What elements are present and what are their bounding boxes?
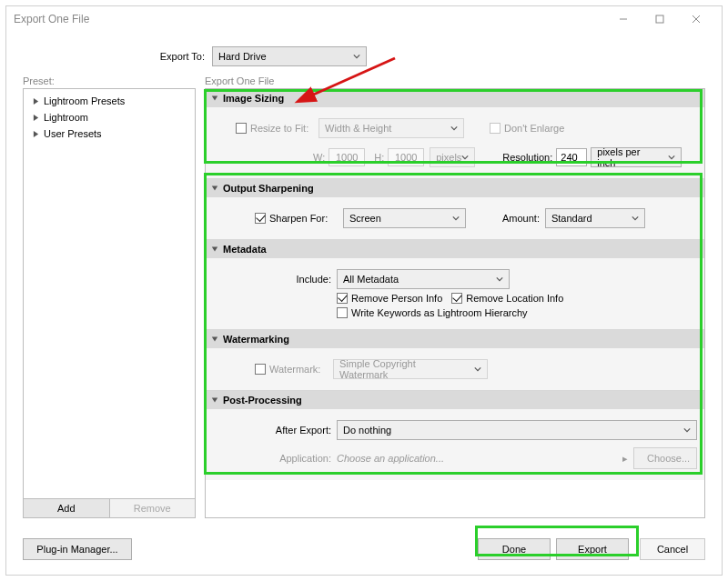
width-label: W: (313, 152, 325, 163)
remove-preset-button[interactable]: Remove (110, 499, 196, 517)
add-preset-button[interactable]: Add (24, 499, 110, 517)
settings-panel: Image Sizing Resize to Fit: Width & Heig… (205, 88, 705, 518)
preset-list[interactable]: Lightroom Presets Lightroom User Presets (23, 88, 196, 499)
chevron-down-icon (668, 152, 675, 163)
triangle-right-icon (31, 97, 40, 105)
metadata-section: Metadata Include: All Metadata (206, 240, 704, 330)
choose-application-button: Choose... (633, 447, 697, 469)
sharpen-for-label: Sharpen For: (269, 213, 338, 224)
height-label: H: (374, 152, 384, 163)
chevron-down-icon (450, 123, 458, 134)
chevron-down-icon (452, 213, 460, 224)
preset-header: Preset: (23, 75, 196, 86)
plugin-manager-button[interactable]: Plug-in Manager... (23, 538, 132, 560)
export-button[interactable]: Export (556, 538, 629, 560)
chevron-down-icon (683, 425, 691, 436)
amount-dropdown[interactable]: Standard (545, 208, 645, 228)
cancel-button[interactable]: Cancel (640, 538, 705, 560)
preset-label: Lightroom (44, 112, 88, 123)
svg-marker-9 (212, 247, 217, 252)
chevron-down-icon (474, 364, 481, 375)
watermarking-header[interactable]: Watermarking (206, 330, 704, 348)
preset-item[interactable]: Lightroom Presets (24, 93, 195, 109)
svg-marker-8 (212, 186, 217, 191)
triangle-down-icon (211, 185, 220, 192)
chevron-down-icon (353, 51, 360, 62)
svg-rect-1 (656, 15, 663, 23)
sharpen-for-checkbox[interactable] (255, 213, 266, 224)
export-dialog: Export One File Export To: Hard Drive Pr… (5, 5, 723, 576)
done-button[interactable]: Done (478, 538, 551, 560)
watermark-checkbox[interactable] (255, 364, 266, 375)
remove-person-label: Remove Person Info (351, 293, 442, 304)
triangle-down-icon (211, 396, 220, 404)
window-title: Export One File (14, 13, 605, 25)
dont-enlarge-label: Don't Enlarge (504, 123, 564, 134)
right-header: Export One File (205, 75, 705, 86)
post-processing-header[interactable]: Post-Processing (206, 391, 704, 409)
metadata-header[interactable]: Metadata (206, 240, 704, 258)
preset-item[interactable]: User Presets (24, 125, 195, 142)
triangle-down-icon (211, 245, 220, 253)
svg-marker-10 (212, 337, 217, 342)
chevron-down-icon (632, 213, 639, 224)
triangle-right-icon (31, 114, 40, 122)
svg-marker-6 (33, 131, 37, 137)
export-to-dropdown[interactable]: Hard Drive (212, 46, 367, 66)
include-label: Include: (213, 274, 331, 285)
application-placeholder: Choose an application... (337, 453, 617, 464)
remove-location-checkbox[interactable] (451, 293, 462, 304)
output-sharpening-header[interactable]: Output Sharpening (206, 179, 704, 197)
image-sizing-section: Image Sizing Resize to Fit: Width & Heig… (206, 89, 704, 179)
triangle-right-icon: ▸ (622, 453, 628, 465)
title-bar: Export One File (6, 6, 722, 32)
maximize-button[interactable] (642, 6, 678, 32)
include-dropdown[interactable]: All Metadata (337, 269, 510, 289)
resolution-unit-dropdown[interactable]: pixels per inch (591, 147, 682, 167)
preset-label: Lightroom Presets (44, 95, 125, 106)
resolution-label: Resolution: (502, 152, 552, 163)
resolution-field[interactable] (556, 148, 587, 166)
write-keywords-checkbox[interactable] (337, 307, 348, 318)
resize-to-fit-checkbox[interactable] (236, 123, 247, 134)
post-processing-section: Post-Processing After Export: Do nothing (206, 391, 704, 480)
watermark-dropdown: Simple Copyright Watermark (333, 359, 488, 379)
sharpen-for-dropdown[interactable]: Screen (343, 208, 466, 228)
chevron-down-icon (461, 152, 469, 163)
triangle-right-icon (31, 130, 40, 138)
watermarking-section: Watermarking Watermark: Simple Copyright… (206, 330, 704, 391)
application-label: Application: (213, 453, 331, 464)
svg-marker-4 (33, 98, 37, 105)
svg-marker-7 (212, 96, 217, 101)
after-export-dropdown[interactable]: Do nothing (337, 420, 697, 440)
minimize-button[interactable] (605, 6, 642, 32)
close-button[interactable] (678, 6, 714, 32)
chevron-down-icon (496, 274, 503, 285)
resize-to-fit-label: Resize to Fit: (250, 123, 318, 134)
after-export-label: After Export: (213, 425, 331, 436)
height-field (388, 148, 424, 166)
unit-dropdown: pixels (430, 147, 475, 167)
svg-marker-5 (33, 115, 37, 121)
watermark-label: Watermark: (269, 364, 333, 375)
export-to-label: Export To: (23, 51, 205, 62)
triangle-down-icon (211, 95, 220, 102)
width-field (329, 148, 365, 166)
svg-marker-11 (212, 398, 217, 403)
preset-item[interactable]: Lightroom (24, 109, 195, 125)
output-sharpening-section: Output Sharpening Sharpen For: Screen (206, 179, 704, 240)
image-sizing-header[interactable]: Image Sizing (206, 89, 704, 107)
preset-label: User Presets (44, 128, 102, 139)
export-to-value: Hard Drive (218, 51, 267, 62)
remove-location-label: Remove Location Info (466, 293, 563, 304)
write-keywords-label: Write Keywords as Lightroom Hierarchy (351, 307, 528, 318)
remove-person-checkbox[interactable] (337, 293, 348, 304)
resize-mode-dropdown: Width & Height (318, 118, 464, 138)
triangle-down-icon (211, 336, 220, 343)
dont-enlarge-checkbox (490, 123, 500, 134)
amount-label: Amount: (502, 213, 540, 224)
